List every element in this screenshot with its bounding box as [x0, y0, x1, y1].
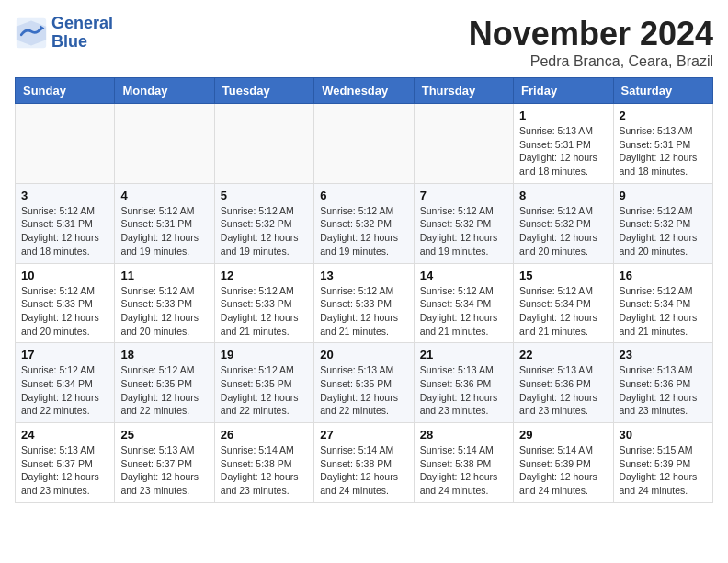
- day-info: Sunrise: 5:14 AM Sunset: 5:38 PM Dayligh…: [320, 443, 407, 498]
- day-number: 8: [519, 189, 607, 202]
- calendar-cell: 18Sunrise: 5:12 AM Sunset: 5:35 PM Dayli…: [115, 343, 214, 423]
- calendar-cell: 22Sunrise: 5:13 AM Sunset: 5:36 PM Dayli…: [514, 343, 613, 423]
- calendar-cell: [115, 104, 214, 184]
- day-number: 4: [120, 189, 208, 202]
- day-info: Sunrise: 5:12 AM Sunset: 5:35 PM Dayligh…: [221, 363, 308, 418]
- weekday-header-monday: Monday: [115, 78, 214, 104]
- day-info: Sunrise: 5:12 AM Sunset: 5:32 PM Dayligh…: [320, 204, 407, 259]
- day-info: Sunrise: 5:12 AM Sunset: 5:33 PM Dayligh…: [320, 284, 407, 339]
- calendar-cell: 20Sunrise: 5:13 AM Sunset: 5:35 PM Dayli…: [314, 343, 414, 423]
- day-number: 24: [21, 428, 108, 442]
- day-number: 30: [620, 428, 707, 442]
- calendar-cell: 1Sunrise: 5:13 AM Sunset: 5:31 PM Daylig…: [514, 104, 613, 184]
- day-number: 7: [420, 189, 507, 202]
- week-row-3: 10Sunrise: 5:12 AM Sunset: 5:33 PM Dayli…: [16, 263, 713, 343]
- day-info: Sunrise: 5:12 AM Sunset: 5:33 PM Dayligh…: [21, 284, 108, 339]
- calendar-cell: 19Sunrise: 5:12 AM Sunset: 5:35 PM Dayli…: [214, 343, 313, 423]
- calendar-cell: 28Sunrise: 5:14 AM Sunset: 5:38 PM Dayli…: [414, 423, 513, 503]
- location: Pedra Branca, Ceara, Brazil: [469, 53, 713, 70]
- day-info: Sunrise: 5:15 AM Sunset: 5:39 PM Dayligh…: [620, 443, 707, 498]
- calendar-cell: 2Sunrise: 5:13 AM Sunset: 5:31 PM Daylig…: [613, 104, 712, 184]
- day-number: 22: [519, 348, 607, 362]
- week-row-1: 1Sunrise: 5:13 AM Sunset: 5:31 PM Daylig…: [16, 104, 713, 184]
- week-row-2: 3Sunrise: 5:12 AM Sunset: 5:31 PM Daylig…: [16, 183, 713, 263]
- week-row-4: 17Sunrise: 5:12 AM Sunset: 5:34 PM Dayli…: [16, 343, 713, 423]
- day-info: Sunrise: 5:13 AM Sunset: 5:31 PM Dayligh…: [620, 124, 707, 178]
- weekday-header-wednesday: Wednesday: [314, 78, 414, 104]
- calendar-cell: 7Sunrise: 5:12 AM Sunset: 5:32 PM Daylig…: [414, 183, 513, 263]
- logo-text: General Blue: [51, 15, 113, 52]
- day-info: Sunrise: 5:12 AM Sunset: 5:34 PM Dayligh…: [420, 284, 507, 339]
- calendar-cell: 9Sunrise: 5:12 AM Sunset: 5:32 PM Daylig…: [613, 183, 712, 263]
- calendar-cell: 8Sunrise: 5:12 AM Sunset: 5:32 PM Daylig…: [514, 183, 613, 263]
- day-info: Sunrise: 5:13 AM Sunset: 5:36 PM Dayligh…: [519, 363, 607, 418]
- calendar-table: SundayMondayTuesdayWednesdayThursdayFrid…: [15, 77, 713, 503]
- calendar-cell: [214, 104, 313, 184]
- day-number: 11: [120, 269, 208, 282]
- day-number: 20: [320, 348, 407, 362]
- day-number: 25: [120, 428, 208, 442]
- day-number: 10: [21, 269, 108, 282]
- day-info: Sunrise: 5:12 AM Sunset: 5:34 PM Dayligh…: [21, 363, 108, 418]
- weekday-header-saturday: Saturday: [613, 78, 712, 104]
- day-number: 18: [120, 348, 208, 362]
- day-info: Sunrise: 5:13 AM Sunset: 5:37 PM Dayligh…: [21, 443, 108, 498]
- day-number: 17: [21, 348, 108, 362]
- day-info: Sunrise: 5:12 AM Sunset: 5:35 PM Dayligh…: [120, 363, 208, 418]
- calendar-cell: 6Sunrise: 5:12 AM Sunset: 5:32 PM Daylig…: [314, 183, 414, 263]
- calendar-cell: 14Sunrise: 5:12 AM Sunset: 5:34 PM Dayli…: [414, 263, 513, 343]
- day-number: 19: [221, 348, 308, 362]
- calendar-cell: [16, 104, 115, 184]
- calendar-cell: 15Sunrise: 5:12 AM Sunset: 5:34 PM Dayli…: [514, 263, 613, 343]
- day-number: 28: [420, 428, 507, 442]
- day-number: 9: [620, 189, 707, 202]
- calendar-cell: 16Sunrise: 5:12 AM Sunset: 5:34 PM Dayli…: [613, 263, 712, 343]
- day-number: 26: [221, 428, 308, 442]
- week-row-5: 24Sunrise: 5:13 AM Sunset: 5:37 PM Dayli…: [16, 423, 713, 503]
- calendar-cell: 30Sunrise: 5:15 AM Sunset: 5:39 PM Dayli…: [613, 423, 712, 503]
- calendar-cell: 26Sunrise: 5:14 AM Sunset: 5:38 PM Dayli…: [214, 423, 313, 503]
- calendar-cell: 13Sunrise: 5:12 AM Sunset: 5:33 PM Dayli…: [314, 263, 414, 343]
- month-title: November 2024: [469, 15, 713, 53]
- day-info: Sunrise: 5:12 AM Sunset: 5:33 PM Dayligh…: [120, 284, 208, 339]
- day-number: 12: [221, 269, 308, 282]
- day-number: 16: [620, 269, 707, 282]
- calendar-cell: 11Sunrise: 5:12 AM Sunset: 5:33 PM Dayli…: [115, 263, 214, 343]
- day-info: Sunrise: 5:14 AM Sunset: 5:38 PM Dayligh…: [221, 443, 308, 498]
- calendar-cell: 17Sunrise: 5:12 AM Sunset: 5:34 PM Dayli…: [16, 343, 115, 423]
- day-number: 21: [420, 348, 507, 362]
- day-number: 2: [620, 109, 707, 122]
- calendar-cell: 5Sunrise: 5:12 AM Sunset: 5:32 PM Daylig…: [214, 183, 313, 263]
- day-info: Sunrise: 5:12 AM Sunset: 5:32 PM Dayligh…: [519, 204, 607, 259]
- day-info: Sunrise: 5:13 AM Sunset: 5:37 PM Dayligh…: [120, 443, 208, 498]
- day-info: Sunrise: 5:12 AM Sunset: 5:34 PM Dayligh…: [519, 284, 607, 339]
- weekday-header-tuesday: Tuesday: [214, 78, 313, 104]
- day-number: 3: [21, 189, 108, 202]
- day-info: Sunrise: 5:12 AM Sunset: 5:32 PM Dayligh…: [620, 204, 707, 259]
- weekday-header-sunday: Sunday: [16, 78, 115, 104]
- weekday-header-thursday: Thursday: [414, 78, 513, 104]
- calendar-cell: 21Sunrise: 5:13 AM Sunset: 5:36 PM Dayli…: [414, 343, 513, 423]
- logo-icon: [15, 17, 48, 50]
- day-info: Sunrise: 5:14 AM Sunset: 5:38 PM Dayligh…: [420, 443, 507, 498]
- calendar-cell: 4Sunrise: 5:12 AM Sunset: 5:31 PM Daylig…: [115, 183, 214, 263]
- calendar-cell: 29Sunrise: 5:14 AM Sunset: 5:39 PM Dayli…: [514, 423, 613, 503]
- day-number: 23: [620, 348, 707, 362]
- page-header: General Blue November 2024 Pedra Branca,…: [15, 15, 713, 70]
- day-number: 29: [519, 428, 607, 442]
- day-info: Sunrise: 5:12 AM Sunset: 5:32 PM Dayligh…: [420, 204, 507, 259]
- day-number: 27: [320, 428, 407, 442]
- calendar-cell: 3Sunrise: 5:12 AM Sunset: 5:31 PM Daylig…: [16, 183, 115, 263]
- calendar-cell: 12Sunrise: 5:12 AM Sunset: 5:33 PM Dayli…: [214, 263, 313, 343]
- day-info: Sunrise: 5:13 AM Sunset: 5:35 PM Dayligh…: [320, 363, 407, 418]
- day-number: 1: [519, 109, 607, 122]
- logo: General Blue: [15, 15, 113, 52]
- day-number: 14: [420, 269, 507, 282]
- day-number: 6: [320, 189, 407, 202]
- day-info: Sunrise: 5:14 AM Sunset: 5:39 PM Dayligh…: [519, 443, 607, 498]
- calendar-cell: [414, 104, 513, 184]
- day-number: 13: [320, 269, 407, 282]
- calendar-cell: 25Sunrise: 5:13 AM Sunset: 5:37 PM Dayli…: [115, 423, 214, 503]
- weekday-header-row: SundayMondayTuesdayWednesdayThursdayFrid…: [16, 78, 713, 104]
- title-block: November 2024 Pedra Branca, Ceara, Brazi…: [469, 15, 713, 70]
